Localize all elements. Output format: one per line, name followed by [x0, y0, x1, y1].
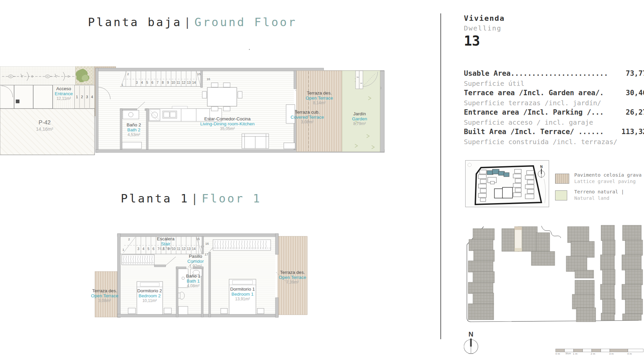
- floor1-title-es: Planta 1: [121, 192, 189, 205]
- scale-label: 2 m: [591, 352, 595, 355]
- legend-swatch-natural: [555, 190, 567, 200]
- room-label-open-terrace: Terraza des. Open Terrace 8,14m²: [306, 91, 333, 106]
- area-row-usable: Usable Area....................... 73,77…: [464, 69, 644, 88]
- area-row-entrance: Entrance area /Incl. Parking /... 26,27m…: [464, 108, 644, 127]
- stair-num: 1: [122, 248, 124, 251]
- stair-num: 16: [207, 77, 210, 81]
- area-row-terrace: Terrace area /Incl. Garden area/. 30,46m…: [464, 88, 644, 108]
- room-label-living: Estar-Comedor-Cocina Living-Dining room-…: [200, 117, 255, 131]
- site-plan-buildings: [468, 225, 643, 322]
- stair-num: 15: [196, 237, 200, 241]
- highlighted-building: [487, 169, 509, 177]
- area-table: Usable Area....................... 73,77…: [464, 69, 644, 147]
- room-label-bedroom1: Dormitorio 1 Bedroom 1 13,91m²: [230, 287, 255, 302]
- svg-text:N: N: [540, 165, 542, 169]
- dwelling-label-es: Vivienda: [464, 14, 505, 22]
- scale-label: 0 m: [555, 352, 560, 355]
- dwelling-label-en: Dwelling: [464, 24, 505, 32]
- title-separator: |: [189, 192, 202, 205]
- room-label-terrace-right: Terraza des. Open Terrace 7,39m²: [279, 270, 306, 285]
- ground-floor-plan: ADO 13: [0, 66, 386, 156]
- vertical-divider: [440, 13, 441, 339]
- dwelling-number: 13: [464, 33, 505, 49]
- legend-item-natural: Terreno natural | Natural land: [574, 189, 624, 201]
- room-label-bedroom2: Dormitorio 2 Bedroom 2 10,11m²: [137, 289, 162, 303]
- title-separator: |: [182, 15, 194, 29]
- dwelling-header: Vivienda Dwelling 13: [464, 14, 505, 49]
- ground-stair-numbers: 34567891011121314: [134, 81, 197, 84]
- ground-floor-title-es: Planta baja: [88, 15, 182, 29]
- room-label-bath1: Baño 1 Bath 1 4,08m²: [186, 274, 201, 289]
- scale-label: 1 m: [573, 352, 577, 355]
- keyplan-compass-icon: N: [538, 165, 545, 178]
- legend-item-lattice: Pavimento celosía grava Lattice gravel p…: [574, 172, 642, 185]
- site-plan: [464, 219, 644, 338]
- room-label-corridor: Pasillo Corridor 1,92m²: [187, 254, 204, 269]
- room-label-garden: Jardín Garden 8,79m²: [352, 112, 367, 126]
- key-plan-center-buildings: [494, 187, 513, 198]
- stair-num: 2: [127, 72, 129, 76]
- site-plan-highlighted-unit: [515, 227, 522, 251]
- entry-step-numbers: 1234: [74, 95, 95, 99]
- scale-bar: 0 m 50cm 1 m 2 m 3 m 4 m: [555, 348, 644, 357]
- ground-floor-title: Planta baja|Ground Floor: [88, 15, 297, 29]
- compass-icon: N: [464, 330, 479, 358]
- scale-label: 3 m: [609, 352, 613, 355]
- floor1-stair-numbers: 34567891011121314: [136, 247, 196, 251]
- stair-num: 1: [360, 82, 363, 84]
- stair-num: 17: [205, 252, 208, 256]
- area-row-built: Built Area /Incl. Terrace/ ...... 113,32…: [464, 127, 644, 147]
- key-plan-drawing: N: [466, 161, 549, 207]
- ground-floor-title-en: Ground Floor: [195, 15, 297, 29]
- scale-label: 50cm: [566, 352, 571, 355]
- room-label-bath2: Baño 2 Bath 2 4,53m²: [127, 123, 141, 137]
- plan-reference-dot: [249, 49, 250, 50]
- stair-num: 16: [205, 242, 209, 245]
- stair-num: 2: [356, 76, 359, 78]
- stair-num: 2: [128, 237, 130, 241]
- road-line: [544, 179, 546, 203]
- room-label-acceso: Acceso Entrance 12,11m²: [55, 86, 73, 101]
- planting-square: [75, 66, 93, 84]
- room-label-terrace-left: Terraza des. Open Terrace 3,08m²: [91, 289, 118, 303]
- key-plan: N: [465, 160, 549, 207]
- scale-label: 4 m: [627, 352, 632, 355]
- floor1-title: Planta 1|Floor 1: [121, 192, 262, 205]
- room-label-parking: P-42 14,16m²: [36, 119, 53, 132]
- svg-text:N: N: [469, 330, 473, 338]
- room-label-covered-terrace: Terraza cub. Covered Terrace 3,08m²: [290, 110, 324, 125]
- stair-num: 15: [197, 72, 201, 76]
- stair-num: 1: [121, 83, 123, 86]
- floor1-title-en: Floor 1: [202, 192, 261, 205]
- legend-swatch-lattice: [555, 174, 569, 184]
